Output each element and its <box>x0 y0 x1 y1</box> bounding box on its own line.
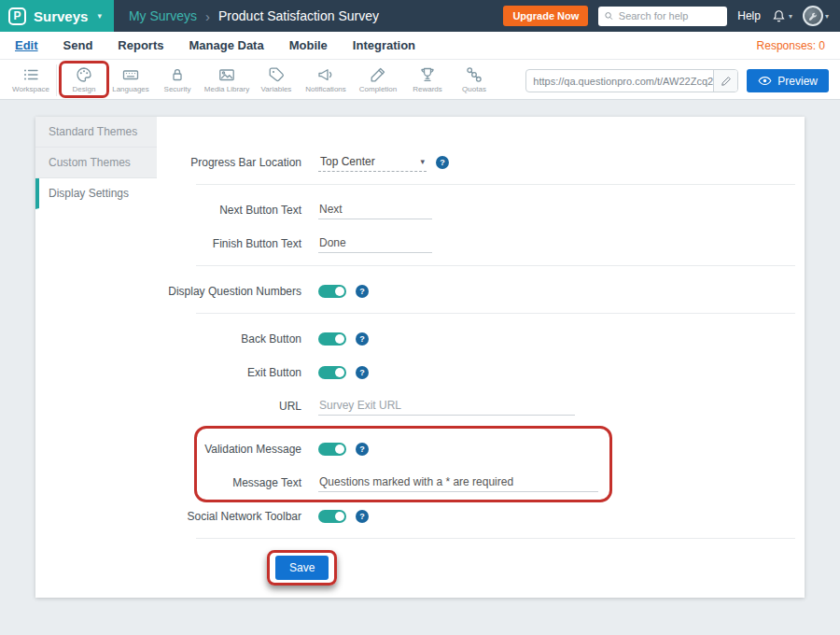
social-network-toolbar-toggle[interactable] <box>318 510 346 523</box>
help-search-input[interactable] <box>619 10 721 21</box>
toolbar-item-languages[interactable]: Languages <box>107 62 154 93</box>
help-search <box>598 7 727 26</box>
notifications-bell-button[interactable]: ▾ <box>771 8 792 24</box>
tab-mobile[interactable]: Mobile <box>289 38 328 52</box>
content-area: Standard Themes Custom Themes Display Se… <box>0 100 840 635</box>
display-settings-form: Progress Bar Location Top Center ▾ ? Nex… <box>157 117 805 598</box>
divider <box>196 313 795 314</box>
validation-message-toggle[interactable] <box>318 443 346 456</box>
finish-button-text-input[interactable] <box>318 234 432 253</box>
eye-icon <box>758 76 772 86</box>
back-button-label: Back Button <box>157 332 301 346</box>
message-text-label: Message Text <box>157 476 301 489</box>
chevron-down-icon: ▾ <box>825 12 829 21</box>
sidebar-item-standard-themes[interactable]: Standard Themes <box>35 117 157 148</box>
validation-message-label: Validation Message <box>157 443 301 456</box>
help-icon[interactable]: ? <box>356 366 369 379</box>
toolbar-item-label: Notifications <box>305 85 346 93</box>
avatar <box>803 6 823 26</box>
sidebar-item-custom-themes[interactable]: Custom Themes <box>35 148 157 178</box>
security-lock-icon <box>168 65 187 84</box>
settings-row-back-button: Back Button ? <box>157 325 795 353</box>
bell-icon <box>771 8 787 24</box>
toolbar-item-quotas[interactable]: Quotas <box>451 62 497 93</box>
toolbar-item-label: Media Library <box>204 85 249 93</box>
preview-button[interactable]: Preview <box>747 69 829 92</box>
chevron-down-icon: ▾ <box>789 12 792 21</box>
toolbar-item-workspace[interactable]: Workspace <box>7 62 54 93</box>
app-switcher[interactable]: P Surveys ▾ <box>0 0 114 32</box>
divider <box>196 265 795 266</box>
toolbar-item-design[interactable]: Design <box>61 62 107 93</box>
help-icon[interactable]: ? <box>436 156 449 169</box>
next-button-text-label: Next Button Text <box>157 204 301 217</box>
tab-send[interactable]: Send <box>63 38 93 52</box>
validation-annotated-group: Validation Message ? Message Text <box>157 426 795 502</box>
variables-tag-icon <box>267 65 286 84</box>
tab-integration[interactable]: Integration <box>353 38 415 52</box>
save-button[interactable]: Save <box>275 556 329 580</box>
rewards-trophy-icon <box>418 65 437 84</box>
toolbar-item-media-library[interactable]: Media Library <box>201 62 253 93</box>
edit-url-button[interactable] <box>713 70 737 92</box>
toolbar-item-variables[interactable]: Variables <box>253 62 300 93</box>
page: P Surveys ▾ My Surveys › Product Satisfa… <box>0 0 840 635</box>
back-button-toggle[interactable] <box>318 332 346 346</box>
toolbar-item-label: Rewards <box>413 85 442 93</box>
settings-row-progress-bar-location: Progress Bar Location Top Center ▾ ? <box>157 148 795 176</box>
breadcrumb: My Surveys › Product Satisfaction Survey <box>129 8 379 24</box>
workspace-icon <box>21 65 40 84</box>
toolbar-item-label: Quotas <box>462 85 486 93</box>
display-question-numbers-toggle[interactable] <box>318 285 346 298</box>
help-icon[interactable]: ? <box>356 510 369 523</box>
tab-manage-data[interactable]: Manage Data <box>189 38 263 52</box>
breadcrumb-separator: › <box>205 8 210 24</box>
account-menu[interactable]: ▾ <box>803 6 829 26</box>
toolbar-right: https://qa.questionpro.com/t/AW22Zcq2J P… <box>525 69 829 92</box>
sidebar-item-display-settings[interactable]: Display Settings <box>35 178 157 209</box>
divider <box>196 538 795 539</box>
finish-button-text-label: Finish Button Text <box>157 237 301 250</box>
main-nav: Edit Send Reports Manage Data Mobile Int… <box>0 32 840 60</box>
breadcrumb-my-surveys[interactable]: My Surveys <box>129 8 197 23</box>
divider <box>196 184 795 185</box>
exit-url-input[interactable] <box>318 397 575 416</box>
next-button-text-input[interactable] <box>318 201 432 219</box>
pencil-icon <box>721 76 732 87</box>
edit-toolbar: Workspace Design Languages Security Medi… <box>0 60 840 100</box>
social-network-toolbar-label: Social Network Toolbar <box>157 510 301 523</box>
toolbar-item-label: Security <box>164 85 191 93</box>
save-area: Save <box>267 550 795 586</box>
toolbar-item-label: Variables <box>261 85 292 93</box>
toolbar-item-security[interactable]: Security <box>154 62 201 93</box>
preview-button-label: Preview <box>777 75 818 88</box>
app-name: Surveys <box>34 8 88 24</box>
survey-url-text: https://qa.questionpro.com/t/AW22Zcq2J <box>526 76 713 87</box>
upgrade-now-button[interactable]: Upgrade Now <box>503 6 588 26</box>
message-text-input[interactable] <box>318 473 598 492</box>
help-icon[interactable]: ? <box>356 443 369 456</box>
toolbar-item-notifications[interactable]: Notifications <box>300 62 352 93</box>
toolbar-item-label: Workspace <box>12 85 49 93</box>
exit-button-toggle[interactable] <box>318 366 346 379</box>
completion-pencil-icon <box>369 65 387 84</box>
notifications-megaphone-icon <box>316 65 335 84</box>
toolbar-item-label: Completion <box>359 85 397 93</box>
responses-count: Responses: 0 <box>757 39 825 52</box>
toolbar-item-label: Languages <box>112 85 149 93</box>
tab-edit[interactable]: Edit <box>15 38 38 52</box>
progress-bar-location-select[interactable]: Top Center ▾ <box>318 153 427 172</box>
survey-url-box: https://qa.questionpro.com/t/AW22Zcq2J <box>525 69 738 92</box>
progress-bar-location-label: Progress Bar Location <box>157 156 301 169</box>
help-icon[interactable]: ? <box>356 332 369 346</box>
quotas-icon <box>465 65 483 84</box>
help-link[interactable]: Help <box>737 9 761 22</box>
help-icon[interactable]: ? <box>356 285 369 298</box>
toolbar-separator <box>56 64 57 96</box>
tab-reports[interactable]: Reports <box>118 38 163 52</box>
display-question-numbers-label: Display Question Numbers <box>157 285 301 298</box>
toolbar-item-completion[interactable]: Completion <box>352 62 404 93</box>
settings-row-message-text: Message Text <box>157 469 795 497</box>
media-library-icon <box>217 65 236 84</box>
toolbar-item-rewards[interactable]: Rewards <box>404 62 451 93</box>
